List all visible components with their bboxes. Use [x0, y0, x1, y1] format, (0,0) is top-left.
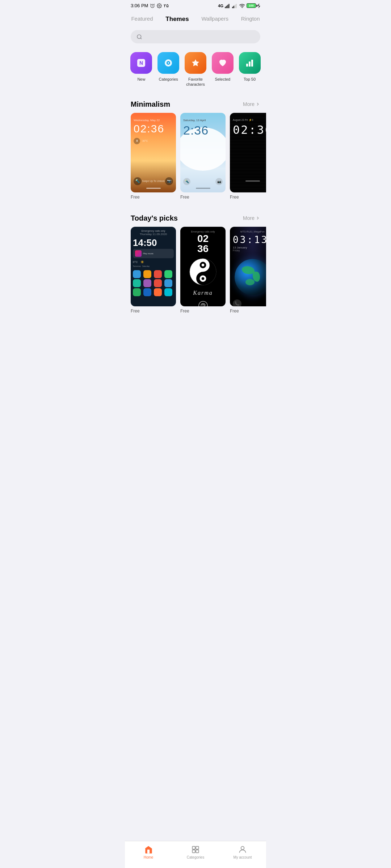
- tab-wallpapers[interactable]: Wallpapers: [198, 14, 231, 24]
- charging-icon: [257, 3, 260, 8]
- svg-rect-4: [227, 5, 228, 8]
- category-selected[interactable]: Selected: [212, 52, 234, 87]
- battery-icon: 100: [247, 3, 256, 8]
- nav-tabs: Featured Themes Wallpapers Rington: [125, 10, 266, 27]
- todays-picks-more[interactable]: More: [243, 215, 260, 221]
- svg-point-17: [168, 62, 169, 64]
- svg-rect-9: [236, 4, 237, 8]
- signal-icon-2: [232, 3, 238, 8]
- tab-featured[interactable]: Featured: [128, 14, 156, 24]
- todays-picks-header: Today's picks More: [125, 211, 266, 227]
- svg-rect-6: [232, 7, 233, 8]
- theme-card-tp1[interactable]: Emergency calls only Thursday 11.09.2020…: [131, 227, 176, 314]
- minimalism-title: Minimalism: [131, 100, 170, 109]
- theme-label-tp3: Free: [230, 309, 266, 314]
- tab-themes[interactable]: Themes: [163, 14, 192, 24]
- svg-point-26: [202, 277, 205, 280]
- svg-marker-11: [257, 3, 260, 8]
- minimalism-themes-row: Wednesday, May 22 02:36 ⏸ 30°C 🔦 Swipe U…: [125, 113, 266, 205]
- theme-label-tp2: Free: [180, 309, 226, 314]
- svg-rect-8: [235, 5, 236, 8]
- category-top50[interactable]: Top 50: [239, 52, 261, 87]
- todays-picks-section: Today's picks More Emergency calls only …: [125, 208, 266, 322]
- category-selected-label: Selected: [215, 77, 230, 82]
- theme-card-tp2[interactable]: Emergency calls only 0236: [180, 227, 226, 314]
- chevron-right-icon: [255, 102, 260, 107]
- wifi-icon: [239, 3, 245, 8]
- theme-card-min2[interactable]: Saturday, 13 April 2:36 🔦 📷 Free: [180, 113, 226, 200]
- category-categories[interactable]: Categories: [157, 52, 179, 87]
- category-favorite-icon: [185, 52, 206, 74]
- search-icon: [136, 34, 142, 40]
- minimalism-section: Minimalism More Wednesday, May 22 02:36 …: [125, 94, 266, 208]
- category-new-label: New: [137, 77, 145, 82]
- category-selected-icon: [212, 52, 234, 74]
- status-bar: 3:06 PM ۲۵ 4G 100: [125, 0, 266, 10]
- minimalism-more[interactable]: More: [243, 101, 260, 107]
- category-new[interactable]: N New: [130, 52, 152, 87]
- category-favorite[interactable]: Favorite characters: [185, 52, 206, 87]
- status-left: 3:06 PM ۲۵: [131, 3, 169, 8]
- theme-card-min1[interactable]: Wednesday, May 22 02:36 ⏸ 30°C 🔦 Swipe U…: [131, 113, 176, 200]
- signal-icon: [225, 3, 231, 8]
- theme-preview-min2: Saturday, 13 April 2:36 🔦 📷: [180, 113, 226, 192]
- svg-rect-5: [228, 4, 230, 8]
- category-categories-label: Categories: [159, 77, 178, 82]
- svg-rect-19: [246, 64, 248, 67]
- persian-number: ۲۵: [164, 3, 169, 8]
- svg-rect-20: [249, 61, 251, 67]
- category-categories-icon: [157, 52, 179, 74]
- search-input[interactable]: [145, 34, 255, 40]
- alarm-icon: [150, 3, 155, 8]
- search-bar[interactable]: [131, 30, 260, 43]
- category-favorite-label: Favorite characters: [185, 77, 205, 87]
- category-new-icon: N: [130, 52, 152, 74]
- svg-point-10: [242, 7, 243, 8]
- categories-row: N New Categories Favorite ch: [125, 49, 266, 94]
- svg-rect-2: [225, 7, 226, 8]
- theme-preview-tp3: MTS RUS | MegaFon 03:13 13 January Frida…: [230, 227, 266, 306]
- theme-preview-tp1: Emergency calls only Thursday 11.09.2020…: [131, 227, 176, 306]
- battery-level: 100: [249, 4, 253, 7]
- theme-label-min3: Free: [230, 195, 266, 200]
- svg-text:N: N: [139, 60, 143, 66]
- category-top50-label: Top 50: [244, 77, 256, 82]
- theme-preview-min3: August 23 Fri ⚡0 02:36: [230, 113, 266, 192]
- theme-preview-min1: Wednesday, May 22 02:36 ⏸ 30°C 🔦 Swipe U…: [131, 113, 176, 192]
- theme-label-min2: Free: [180, 195, 226, 200]
- theme-label-tp1: Free: [131, 309, 176, 314]
- theme-card-min3[interactable]: August 23 Fri ⚡0 02:36 Free: [230, 113, 266, 200]
- svg-point-12: [137, 35, 141, 39]
- svg-point-25: [202, 264, 205, 267]
- svg-rect-21: [251, 60, 253, 67]
- settings-icon: [157, 3, 162, 8]
- svg-marker-18: [192, 59, 199, 66]
- theme-card-tp3[interactable]: MTS RUS | MegaFon 03:13 13 January Frida…: [230, 227, 266, 314]
- search-container: [125, 27, 266, 49]
- todays-picks-themes-row: Emergency calls only Thursday 11.09.2020…: [125, 227, 266, 319]
- status-right: 4G 100: [218, 3, 260, 8]
- signal-4g: 4G: [218, 4, 223, 8]
- chevron-right-icon-2: [255, 216, 260, 221]
- svg-rect-3: [226, 6, 227, 8]
- theme-preview-tp2: Emergency calls only 0236: [180, 227, 226, 306]
- category-top50-icon: [239, 52, 261, 74]
- svg-point-1: [159, 5, 160, 7]
- time-display: 3:06 PM: [131, 3, 148, 8]
- theme-label-min1: Free: [131, 195, 176, 200]
- minimalism-header: Minimalism More: [125, 97, 266, 113]
- tab-ringtones[interactable]: Rington: [238, 14, 263, 24]
- svg-rect-7: [233, 6, 234, 8]
- todays-picks-title: Today's picks: [131, 214, 178, 222]
